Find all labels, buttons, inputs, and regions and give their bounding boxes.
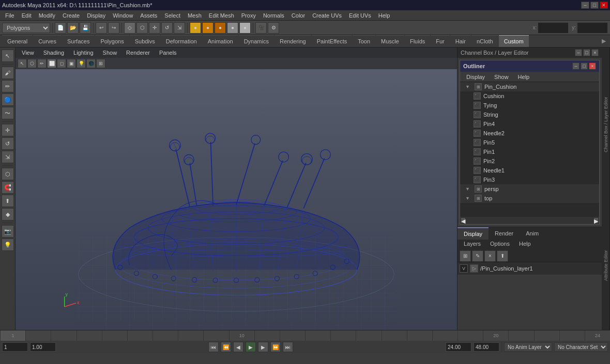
vp-menu-renderer[interactable]: Renderer [122, 49, 154, 57]
timeline-tick-2[interactable] [51, 330, 76, 341]
snap-tool[interactable]: 🧲 [2, 181, 14, 194]
tab-polygons[interactable]: Polygons [95, 35, 129, 47]
tab-custom[interactable]: Custom [499, 35, 529, 47]
timeline-tick-11[interactable] [280, 330, 305, 341]
outliner-item-needle1[interactable]: ⬛Needle1 [460, 166, 599, 175]
tab-ncloth[interactable]: nCloth [471, 35, 498, 47]
viewport[interactable]: View Shading Lighting Show Renderer Pane… [16, 48, 457, 330]
light-btn4[interactable]: ● [227, 22, 238, 34]
tab-rendering[interactable]: Rendering [274, 35, 311, 47]
timeline-tick-12[interactable] [305, 330, 330, 341]
range-start-field[interactable] [446, 342, 471, 352]
cb-toolbar-btn3[interactable]: × [484, 250, 496, 262]
menu-item-mesh[interactable]: Mesh [185, 11, 205, 20]
menu-item-edit-uvs[interactable]: Edit UVs [346, 11, 374, 20]
vp-paint[interactable]: ✏ [37, 59, 47, 68]
prev-key-btn[interactable]: ⏪ [221, 342, 231, 352]
outliner-menu-help[interactable]: Help [514, 73, 534, 81]
vp-select[interactable]: ↖ [18, 59, 27, 68]
go-end-btn[interactable]: ⏭ [283, 342, 293, 352]
vp-shadows[interactable]: 🌑 [86, 59, 96, 68]
close-button[interactable]: ✕ [600, 2, 608, 9]
timeline-tick-22[interactable] [559, 330, 585, 341]
vp-wireframe[interactable]: ⬜ [47, 59, 56, 68]
vp-smooth[interactable]: ◻ [57, 59, 66, 68]
vp-menu-show[interactable]: Show [99, 49, 121, 57]
rotate-tool[interactable]: ↺ [161, 22, 173, 34]
maximize-button[interactable]: □ [590, 2, 599, 9]
cb-toolbar-btn1[interactable]: ⊞ [460, 250, 471, 262]
save-btn[interactable]: 💾 [80, 22, 91, 34]
outliner-menu-show[interactable]: Show [490, 73, 513, 81]
timeline[interactable]: 1102024 [0, 330, 610, 341]
cb-toolbar-btn2[interactable]: ✎ [472, 250, 483, 262]
vp-light[interactable]: 💡 [77, 59, 86, 68]
menu-item-normals[interactable]: Normals [260, 11, 287, 20]
layer-visibility[interactable]: V [460, 264, 468, 273]
start-time-field[interactable] [30, 342, 56, 352]
cb-tab-anim[interactable]: Anim [520, 227, 545, 240]
outliner-item-pin5[interactable]: ⬛Pin5 [460, 138, 599, 147]
scale-lt[interactable]: ⇲ [2, 151, 14, 163]
light-btn2[interactable]: ● [202, 22, 213, 34]
go-start-btn[interactable]: ⏮ [208, 342, 219, 352]
tab-deformation[interactable]: Deformation [161, 35, 202, 47]
move-lt[interactable]: ✛ [2, 124, 14, 136]
field-x[interactable] [538, 22, 569, 34]
field-y[interactable] [577, 22, 608, 34]
menu-item-assets[interactable]: Assets [137, 11, 160, 20]
menu-item-modify[interactable]: Modify [36, 11, 58, 20]
tab-subdivs[interactable]: Subdivs [130, 35, 160, 47]
timeline-tick-20[interactable] [508, 330, 533, 341]
outliner-item-persp[interactable]: ▼⊞persp [460, 184, 599, 194]
outliner-item-pin2[interactable]: ⬛Pin2 [460, 156, 599, 166]
outliner-item-tying[interactable]: ⬛Tying [460, 101, 599, 110]
menu-item-select[interactable]: Select [161, 11, 184, 20]
outliner-max[interactable]: □ [581, 62, 588, 70]
timeline-tick-1[interactable] [25, 330, 51, 341]
tab-fur[interactable]: Fur [431, 35, 450, 47]
tab-toon[interactable]: Toon [353, 35, 375, 47]
vp-menu-shading[interactable]: Shading [39, 49, 68, 57]
timeline-tick-13[interactable] [330, 330, 356, 341]
minimize-button[interactable]: – [581, 2, 589, 9]
open-btn[interactable]: 📂 [67, 22, 79, 34]
anim-layer-select[interactable]: No Anim Layer [504, 342, 552, 352]
menu-item-window[interactable]: Window [110, 11, 136, 20]
menu-item-color[interactable]: Color [288, 11, 308, 20]
timeline-tick-9[interactable]: 10 [229, 330, 254, 341]
timeline-tick-18[interactable] [457, 330, 483, 341]
tab-muscle[interactable]: Muscle [376, 35, 404, 47]
prev-frame-btn[interactable]: ◀ [233, 342, 243, 352]
cb-close[interactable]: × [591, 49, 599, 56]
outliner-scrollbar-horizontal[interactable]: ◀ ▶ [460, 217, 599, 224]
menu-item-edit[interactable]: Edit [19, 11, 35, 20]
paint-tool[interactable]: 🖌 [2, 67, 14, 79]
menu-item-create[interactable]: Create [59, 11, 83, 20]
timeline-tick-16[interactable] [407, 330, 432, 341]
timeline-tick-21[interactable] [534, 330, 559, 341]
tab-hair[interactable]: Hair [450, 35, 471, 47]
cb-sub-help[interactable]: Help [515, 240, 535, 250]
vp-menu-view[interactable]: View [18, 49, 38, 57]
select-tool-lt[interactable]: ↖ [2, 50, 14, 62]
light-tool[interactable]: 💡 [2, 239, 14, 251]
tab-painteffects[interactable]: PaintEffects [312, 35, 353, 47]
smooth-tool[interactable]: 〜 [2, 107, 14, 119]
cb-sub-layers[interactable]: Layers [460, 240, 485, 250]
camera-tool[interactable]: 📷 [2, 225, 14, 238]
extrude-tool[interactable]: ⬆ [2, 195, 14, 207]
next-key-btn[interactable]: ⏩ [270, 342, 281, 352]
timeline-tick-8[interactable] [203, 330, 228, 341]
timeline-tick-3[interactable] [77, 330, 102, 341]
timeline-tick-15[interactable] [382, 330, 407, 341]
render-btn[interactable]: 🎥 [255, 22, 267, 34]
tab-animation[interactable]: Animation [203, 35, 238, 47]
sculpt-tool[interactable]: 🔵 [2, 93, 14, 106]
timeline-tick-23[interactable]: 24 [585, 330, 610, 341]
cb-max[interactable]: □ [583, 49, 590, 56]
tab-surfaces[interactable]: Surfaces [62, 35, 95, 47]
outliner-item-pin4[interactable]: ⬛Pin4 [460, 119, 599, 129]
tab-general[interactable]: General [2, 35, 33, 47]
outliner-item-needle2[interactable]: ⬛Needle2 [460, 129, 599, 138]
